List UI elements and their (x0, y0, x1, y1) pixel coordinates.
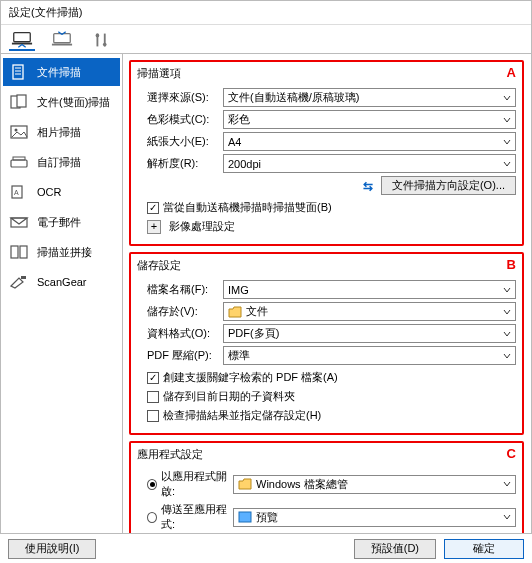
open-with-radio[interactable] (147, 479, 157, 490)
sidebar-item-ocr[interactable]: A OCR (3, 178, 120, 206)
svg-rect-24 (239, 512, 251, 522)
sidebar-item-scangear[interactable]: ScanGear (3, 268, 120, 296)
sidebar-item-label: OCR (37, 186, 61, 198)
chevron-down-icon (501, 478, 513, 491)
send-app-label: 傳送至應用程式: (161, 502, 233, 532)
scan-options-group: A 掃描選項 選擇來源(S): 文件(自動送稿機/原稿玻璃) 色彩模式(C): … (129, 60, 524, 246)
image-processing-label: 影像處理設定 (169, 219, 235, 234)
chevron-down-icon (501, 511, 513, 524)
sidebar-item-document-scan[interactable]: 文件掃描 (3, 58, 120, 86)
chevron-down-icon (501, 135, 513, 148)
top-toolbar (1, 25, 531, 54)
keyword-pdf-label: 創建支援關鍵字檢索的 PDF 檔案(A) (163, 370, 338, 385)
duplex-checkbox-label: 當從自動送稿機掃描時掃描雙面(B) (163, 200, 332, 215)
ok-button[interactable]: 確定 (444, 539, 524, 559)
sidebar-item-document-duplex[interactable]: 文件(雙面)掃描 (3, 88, 120, 116)
folder-icon (228, 305, 242, 319)
expand-image-processing[interactable]: + (147, 220, 161, 234)
svg-rect-23 (21, 276, 26, 279)
color-label: 色彩模式(C): (137, 112, 223, 127)
check-results-checkbox[interactable] (147, 410, 159, 422)
document-duplex-icon (9, 94, 29, 110)
filename-label: 檔案名稱(F): (137, 282, 223, 297)
help-button[interactable]: 使用說明(I) (8, 539, 96, 559)
svg-point-6 (96, 34, 100, 38)
preview-icon (238, 510, 252, 524)
send-app-radio[interactable] (147, 512, 157, 523)
sidebar-item-stitch[interactable]: 掃描並拼接 (3, 238, 120, 266)
chevron-down-icon (501, 305, 513, 318)
keyword-pdf-checkbox[interactable] (147, 372, 159, 384)
sidebar-item-label: 相片掃描 (37, 125, 81, 140)
source-select[interactable]: 文件(自動送稿機/原稿玻璃) (223, 88, 516, 107)
svg-rect-1 (12, 43, 32, 45)
date-subfolder-label: 儲存到目前日期的子資料夾 (163, 389, 295, 404)
photo-icon (9, 124, 29, 140)
save-settings-heading: 儲存設定 (137, 258, 516, 277)
sidebar-item-label: 自訂掃描 (37, 155, 81, 170)
svg-rect-8 (13, 65, 23, 79)
svg-rect-17 (13, 157, 25, 160)
svg-point-15 (15, 129, 18, 132)
resolution-select[interactable]: 200dpi (223, 154, 516, 173)
orientation-settings-button[interactable]: 文件掃描方向設定(O)... (381, 176, 516, 195)
chevron-down-icon (501, 283, 513, 296)
svg-rect-16 (11, 160, 27, 167)
sidebar-item-photo-scan[interactable]: 相片掃描 (3, 118, 120, 146)
tab-scan-from-panel-icon[interactable] (49, 29, 75, 51)
svg-rect-3 (52, 44, 72, 46)
main-panel: A 掃描選項 選擇來源(S): 文件(自動送稿機/原稿玻璃) 色彩模式(C): … (123, 54, 531, 534)
chevron-down-icon (501, 327, 513, 340)
svg-rect-13 (17, 95, 26, 107)
sidebar-item-label: 文件掃描 (37, 65, 81, 80)
save-settings-group: B 儲存設定 檔案名稱(F): IMG 儲存於(V): 文件 資料格式(O): … (129, 252, 524, 435)
group-letter-b: B (507, 257, 516, 272)
open-with-label: 以應用程式開啟: (161, 469, 233, 499)
sidebar-item-label: 文件(雙面)掃描 (37, 95, 110, 110)
tab-tools-icon[interactable] (89, 29, 115, 51)
duplex-checkbox[interactable] (147, 202, 159, 214)
size-select[interactable]: A4 (223, 132, 516, 151)
chevron-down-icon (501, 113, 513, 126)
source-label: 選擇來源(S): (137, 90, 223, 105)
email-icon (9, 214, 29, 230)
savein-select[interactable]: 文件 (223, 302, 516, 321)
format-select[interactable]: PDF(多頁) (223, 324, 516, 343)
sidebar-item-custom-scan[interactable]: 自訂掃描 (3, 148, 120, 176)
app-settings-heading: 應用程式設定 (137, 447, 516, 466)
dialog-footer: 使用說明(I) 預設值(D) 確定 (0, 533, 532, 563)
sidebar-item-label: ScanGear (37, 276, 87, 288)
swap-icon[interactable]: ⇆ (351, 179, 373, 193)
scan-options-heading: 掃描選項 (137, 66, 516, 85)
chevron-down-icon (501, 349, 513, 362)
defaults-button[interactable]: 預設值(D) (354, 539, 436, 559)
sidebar-item-label: 掃描並拼接 (37, 245, 92, 260)
savein-label: 儲存於(V): (137, 304, 223, 319)
open-with-select[interactable]: Windows 檔案總管 (233, 475, 516, 494)
scanner-icon (9, 154, 29, 170)
svg-rect-2 (54, 34, 71, 43)
svg-point-7 (103, 43, 107, 47)
sidebar-item-label: 電子郵件 (37, 215, 81, 230)
sidebar-item-email[interactable]: 電子郵件 (3, 208, 120, 236)
stitch-icon (9, 244, 29, 260)
filename-field[interactable]: IMG (223, 280, 516, 299)
svg-rect-21 (11, 246, 18, 258)
date-subfolder-checkbox[interactable] (147, 391, 159, 403)
explorer-icon (238, 477, 252, 491)
group-letter-a: A (507, 65, 516, 80)
chevron-down-icon (501, 91, 513, 104)
sidebar: 文件掃描 文件(雙面)掃描 相片掃描 自訂掃描 A OCR 電子郵件 掃描並拼接 (1, 54, 123, 534)
ocr-icon: A (9, 184, 29, 200)
color-select[interactable]: 彩色 (223, 110, 516, 129)
svg-rect-22 (20, 246, 27, 258)
send-app-select[interactable]: 預覽 (233, 508, 516, 527)
check-results-label: 檢查掃描結果並指定儲存設定(H) (163, 408, 321, 423)
size-label: 紙張大小(E): (137, 134, 223, 149)
svg-text:A: A (14, 189, 19, 196)
group-letter-c: C (507, 446, 516, 461)
tab-scan-from-pc-icon[interactable] (9, 29, 35, 51)
chevron-down-icon (501, 157, 513, 170)
compression-label: PDF 壓縮(P): (137, 348, 223, 363)
compression-select[interactable]: 標準 (223, 346, 516, 365)
